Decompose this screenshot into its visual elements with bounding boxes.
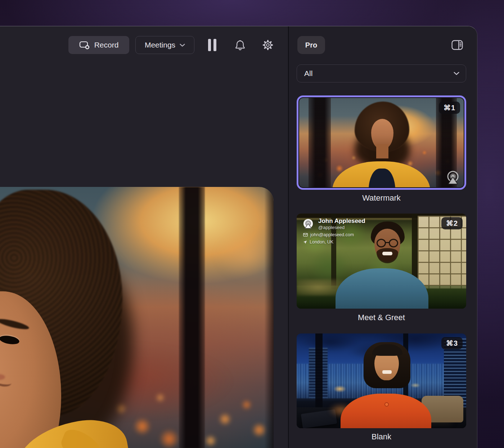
scene-label: Meet & Greet <box>297 313 466 322</box>
profile-card-overlay: John Appleseed @appleseed john@appleseed… <box>302 217 365 245</box>
meetings-dropdown[interactable]: Meetings <box>135 36 194 54</box>
profile-email: john@appleseed.com <box>310 232 354 237</box>
preview-right-edge-shadow <box>264 187 274 448</box>
scene-art-person-glasses <box>389 239 398 247</box>
mail-icon <box>303 233 308 237</box>
meetings-label: Meetings <box>145 41 175 49</box>
scene-thumbnail: ⌘1 <box>299 98 464 187</box>
sidebar-toggle-icon <box>451 40 463 50</box>
scene-shortcut-badge: ⌘3 <box>441 337 463 349</box>
profile-avatar-logo-icon <box>302 217 315 230</box>
scene-shortcut-badge: ⌘2 <box>441 217 463 229</box>
scene-art-person-neck <box>376 144 388 158</box>
scene-label: Watermark <box>297 193 466 203</box>
location-arrow-icon <box>303 240 307 244</box>
scene-thumbnail: John Appleseed @appleseed john@appleseed… <box>297 214 466 309</box>
settings-button[interactable] <box>260 36 276 54</box>
record-icon <box>79 41 90 49</box>
scenes-sidebar: Pro All <box>289 26 477 448</box>
scene-filter-value: All <box>304 69 312 78</box>
scene-shortcut-badge: ⌘1 <box>439 102 460 114</box>
scene-art-window-frame <box>309 98 331 187</box>
watermark-logo-icon <box>445 169 461 185</box>
profile-handle: @appleseed <box>318 225 365 230</box>
scene-filter-select[interactable]: All <box>297 64 466 82</box>
toggle-sidebar-button[interactable] <box>449 38 465 52</box>
chevron-down-icon <box>180 44 185 47</box>
pro-badge[interactable]: Pro <box>297 36 325 54</box>
preview-window-frame <box>179 187 205 448</box>
scene-thumbnail: ⌘3 <box>297 333 466 428</box>
scene-art-person-smile <box>382 252 392 255</box>
scene-card-meet-and-greet[interactable]: John Appleseed @appleseed john@appleseed… <box>297 214 466 309</box>
record-label: Record <box>94 41 119 49</box>
pause-icon <box>213 39 216 51</box>
app-window: Record Meetings <box>0 26 477 448</box>
main-preview <box>0 187 274 448</box>
scene-art-window-mullion <box>315 333 323 410</box>
scene-card-watermark[interactable]: ⌘1 <box>297 95 466 190</box>
scene-art-shirt-button <box>384 402 389 407</box>
scene-art-person-shirt <box>341 394 431 428</box>
pause-button[interactable] <box>204 36 220 54</box>
scene-art-person-glasses <box>385 242 390 243</box>
scene-art-person-smile <box>382 370 392 374</box>
notifications-button[interactable] <box>232 36 248 54</box>
scene-label: Blank <box>297 432 466 442</box>
pause-icon <box>208 39 211 51</box>
profile-name: John Appleseed <box>318 218 365 225</box>
gear-icon <box>262 39 274 51</box>
record-button[interactable]: Record <box>68 36 129 54</box>
bell-icon <box>235 40 246 51</box>
chevron-down-icon <box>454 72 459 75</box>
profile-location: London, UK <box>310 239 333 245</box>
scene-card-blank[interactable]: ⌘3 <box>297 333 466 428</box>
scene-art-person-glasses <box>377 239 386 247</box>
